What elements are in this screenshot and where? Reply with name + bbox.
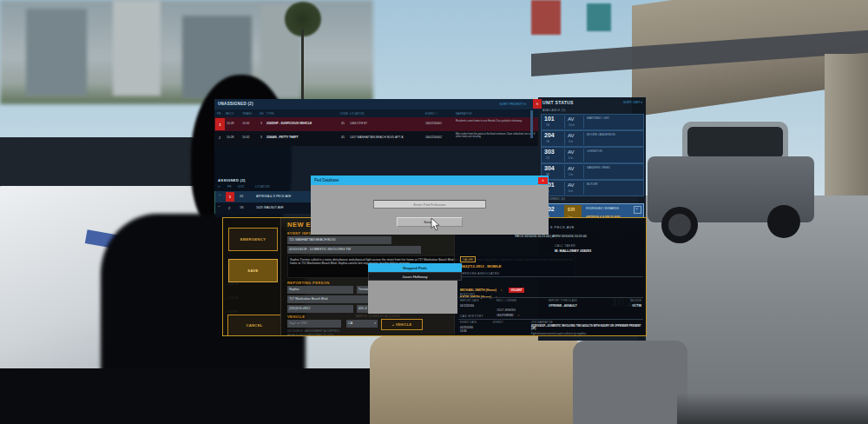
cad-close-button[interactable]: ✕ [533,99,542,109]
priority-badge: 1 [215,118,225,130]
palm-tree-trunk [301,30,304,99]
crane-red [531,0,561,35]
ghost-row: – 3 1N 80 [225,310,238,314]
unassigned-title: UNASSIGNED (2) [218,102,253,106]
unassigned-sort[interactable]: SORT: PRIORITY ▾ [500,103,526,106]
call-timestamps: RECV 05/10/16 10:21:00 | ARRV 05/10/16 1… [455,235,647,238]
vehicle-label: VEHICLE [287,315,305,319]
priority-badge: 1 [226,192,234,202]
mouse-cursor [431,218,441,232]
car-headrest [573,341,687,424]
unit-card[interactable]: 204 1N AV 3 m MOORE / ANDERSON [541,130,644,147]
pin-icon[interactable]: P [634,206,641,214]
reporting-person-label: REPORTING PERSON [287,281,330,285]
save-button[interactable]: SAVE [228,259,278,282]
event-type-field[interactable]: 415DV/415F - DOMESTIC INVOLVING TW [287,246,421,254]
cad-history-label: CAD HISTORY [460,315,483,318]
unit-status-title: UNIT STATUS [542,100,574,105]
vehicle-state-dropdown[interactable]: CA ▾ [346,320,378,328]
refresh-icon[interactable]: ⟳ [218,185,220,189]
warning-icon: ⚠ [500,288,503,292]
available-section-label: AVAILABLE (5) [542,109,566,112]
history-date: 01/12/2016 [460,304,474,308]
history-record[interactable]: #6127589582 ⚠ [496,304,519,320]
warning-icon: ⚠ [514,335,516,337]
car-seat [370,335,582,424]
warning-icon: ⚠ [517,314,520,317]
chevron-down-icon: ▾ [374,320,376,328]
scrollbar-thumb[interactable] [530,110,533,138]
parked-car [648,122,814,254]
background-building [113,0,161,96]
call-taker-name: M. MALLONEY #58291 [555,248,591,253]
history-label: HISTORY [460,293,476,296]
ped-database-dialog: Ped Database ✕ Search [311,176,549,235]
unassigned-panel: UNASSIGNED (2) SORT: PRIORITY ▾ PR RECV … [214,99,538,176]
sort-arrow-icon: ▾ [641,101,642,104]
event-log-line: 102 10:36:52 <ASSIGNMENT ACCEPTED> [287,329,339,333]
cad-event-date: 01/25/2016 [460,326,473,329]
ped-database-titlebar[interactable]: Ped Database ✕ [311,176,549,185]
cad-event-number[interactable]: #1601250002 ⚠ [493,326,516,337]
stopped-ped-item[interactable]: Jason Holloway [368,272,462,281]
rp-first-name-field[interactable]: Sophia [287,286,353,294]
cad-event-time: 10:30 [460,329,467,333]
rp-phone-field[interactable]: (310)555-0912 [287,305,353,313]
background-building [26,9,87,96]
stopped-peds-header[interactable]: Stopped Peds [368,263,462,272]
dialog-close-button[interactable]: ✕ [538,177,548,184]
call-taker-label: CALL TAKER [555,244,575,248]
cancel-button[interactable]: CANCEL [227,315,281,336]
stopped-peds-panel: Stopped Peds Jason Holloway [368,263,462,314]
call-details-panel: ARTESIA & S PECK AVE RECV 05/10/16 10:21… [454,218,647,335]
call-row[interactable]: 2 10:28 10:32 3 23664N - PETTY THEFT 45 … [214,131,538,146]
bottom-vignette [677,393,868,424]
ped-search-button[interactable]: Search [397,217,463,227]
caller-phone[interactable]: (562)712-2912 - MOBILE [460,264,501,268]
minus-icon[interactable]: – [218,204,220,209]
cad-event-narrative: 415DV/415F—DOMESTIC INVOLVING TWO ADULTS… [531,325,642,331]
assigned-title: ASSIGNED (2) [218,178,246,182]
close-icon: ✕ [536,102,538,106]
history-owner: #6127-JENKINS [496,308,516,312]
unit-card[interactable]: 401 4S AV 6 m BUTLER [541,180,644,196]
unit-card[interactable]: 101 1N AV 10 m MARTINEZ / CHO [541,114,644,130]
add-vehicle-button[interactable]: + VEHICLE [381,319,423,330]
unit-card[interactable]: 303 1S AV 6 m JOHNSTON [541,147,644,163]
history-type: OFFENSE - ASSAULT [549,304,577,308]
background-clock: 10:24 [611,295,640,308]
car-interior-dark [0,368,408,424]
persons-associated-label: PERSONS ASSOCIATED [460,272,500,275]
ped-database-title: Ped Database [314,178,339,182]
vehicle-tag-input[interactable] [287,320,341,328]
emergency-button[interactable]: EMERGENCY [228,228,278,251]
game-screenshot: UNIT STATUS SORT: UNIT ▾ AVAILABLE (5) 1… [0,0,868,424]
ped-fullname-input[interactable] [373,200,486,209]
ghost-row: ⌄ 3 1N 16 [225,282,239,286]
car-wheel [767,205,800,238]
vehicle-hint-ghost: SAMPLE: DOMESTIC ACQUIRED [355,315,400,318]
divider [280,218,281,336]
caller-tag: CALLER [460,256,476,262]
violent-badge: VIOLENT [509,288,523,293]
cad-event-subnote: Fight between married couple called in b… [531,332,587,335]
crane-teal [587,3,611,31]
close-icon: ✕ [542,179,544,182]
stopped-peds-body [368,281,457,314]
unit-card[interactable]: 304 3N AV 2 m SANDERS / REED [541,163,644,180]
event-address-field[interactable]: 721 MANHATTAN BEACH BLVD [287,236,391,244]
unit-status-sort[interactable]: SORT: UNIT ▾ [623,101,642,104]
chevron-down-icon[interactable]: ⌄ [218,191,221,196]
event-info-label: EVENT INFO [287,231,312,235]
ghost-row: ⌄ 1 1S 60 [225,296,238,300]
call-row[interactable]: 1 10:28 10:32 3 23655HP - SUSPICIOUS VEH… [214,117,538,132]
event-log-line: ASGN 10:36:52 <ASSIGNED TO 102> [287,334,333,337]
sort-arrow-icon: ▾ [524,103,526,106]
